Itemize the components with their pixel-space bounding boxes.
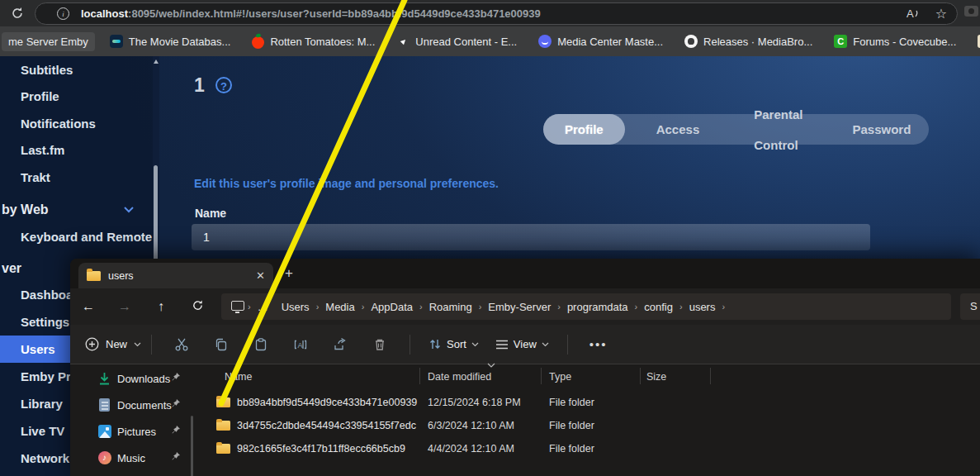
svg-text:A: A (298, 340, 303, 349)
sidebar-item-lastfm[interactable]: Last.fm (0, 136, 153, 164)
media-center-icon (538, 35, 552, 48)
refresh-icon[interactable] (7, 2, 28, 24)
table-row[interactable]: 3d4755c2dbde454494c33954155f7edc 6/3/202… (194, 414, 980, 437)
bookmark-github-releases[interactable]: Releases · MediaBro... (678, 31, 819, 51)
forward-icon: → (107, 299, 143, 314)
sidebar-item-notifications[interactable]: Notifications (0, 110, 153, 137)
name-input[interactable] (192, 224, 870, 250)
breadcrumb-users-folder[interactable]: users (683, 301, 722, 313)
breadcrumb-roaming[interactable]: Roaming (423, 301, 479, 313)
documents-icon (97, 398, 111, 412)
quick-access-label: Downloads (117, 373, 170, 385)
sidebar-item-subtitles[interactable]: Subtitles (0, 56, 153, 83)
chevron-down-icon (471, 342, 479, 347)
pictures-icon (97, 425, 111, 439)
table-row[interactable]: 982c1665fe3c4f17b11ff8ecc66b5cb9 4/4/202… (194, 437, 980, 460)
file-list: Name Date modified Type Size bb89a4bbf9d… (194, 364, 980, 476)
bookmark-media-center[interactable]: Media Center Maste... (532, 31, 670, 51)
delete-icon[interactable] (360, 337, 400, 352)
search-input[interactable]: S (960, 293, 980, 320)
sidebar-item-trakt[interactable]: Trakt (0, 164, 153, 191)
read-aloud-icon[interactable]: A (907, 7, 921, 20)
quick-access-music[interactable]: ♪ Music (70, 445, 192, 470)
breadcrumb-media[interactable]: Media (319, 301, 361, 313)
breadcrumb-appdata[interactable]: AppData (364, 301, 419, 313)
bookmark-good-reader[interactable]: gGood Reader Books (971, 31, 980, 51)
nav-pane-scrollbar[interactable] (191, 416, 193, 476)
this-pc-icon[interactable] (231, 301, 244, 311)
explorer-tab-users[interactable]: users ✕ (78, 263, 273, 288)
divider (410, 335, 410, 355)
breadcrumb[interactable]: › … Users› Media› AppData› Roaming› Emby… (221, 293, 951, 320)
up-icon[interactable]: ↑ (143, 299, 179, 314)
bookmark-emby[interactable]: me Server Emby (2, 32, 95, 51)
address-bar[interactable]: i localhost:8095/web/index.html#!/users/… (35, 2, 958, 25)
breadcrumb-separator: › (722, 302, 725, 312)
divider (151, 335, 152, 355)
explorer-navbar: ← → ↑ › … Users› Media› AppData› Roaming… (70, 288, 980, 325)
bookmark-unread-content[interactable]: Unread Content - E... (390, 31, 523, 51)
pin-icon (171, 451, 181, 461)
downloads-icon (97, 372, 111, 386)
view-lines-icon (495, 339, 509, 350)
column-header-size[interactable]: Size (646, 367, 666, 387)
sort-button[interactable]: Sort (420, 338, 487, 350)
quick-access-downloads[interactable]: Downloads (70, 366, 192, 391)
bookmark-rotten-tomatoes[interactable]: Rotten Tomatoes: M... (245, 32, 381, 51)
new-tab-icon[interactable]: + (285, 265, 293, 282)
tab-profile[interactable]: Profile (543, 114, 625, 145)
breadcrumb-users[interactable]: Users (275, 301, 316, 313)
explorer-titlebar[interactable]: users ✕ + (70, 259, 980, 288)
close-tab-icon[interactable]: ✕ (256, 269, 265, 282)
copy-icon[interactable] (201, 337, 241, 352)
browser-toolbar: i localhost:8095/web/index.html#!/users/… (0, 0, 980, 26)
chevron-down-icon (134, 342, 141, 347)
sidebar-section-emby-web[interactable]: by Web (0, 196, 153, 223)
tab-parental-control[interactable]: Parental Control (734, 99, 822, 160)
quick-access-pictures[interactable]: Pictures (70, 419, 192, 444)
user-settings-tabs: Profile Access Parental Control Password (543, 114, 929, 145)
page-title: 1 (194, 74, 205, 97)
bookmark-covecube-forums[interactable]: CForums - Covecube... (827, 31, 963, 51)
extension-icon[interactable] (964, 6, 978, 17)
paste-icon[interactable] (241, 337, 281, 352)
breadcrumb-programdata[interactable]: programdata (561, 301, 635, 313)
sort-arrows-icon (428, 338, 442, 350)
sidebar-item-keyboard-remote[interactable]: Keyboard and Remote (0, 223, 153, 250)
new-button[interactable]: New (85, 337, 141, 351)
column-divider[interactable] (541, 368, 542, 384)
column-header-type[interactable]: Type (549, 367, 571, 387)
table-row[interactable]: bb89a4bbf9d5449d9ce433b471e00939 12/15/2… (194, 391, 980, 414)
bookmark-tmdb[interactable]: The Movie Databas... (103, 31, 238, 51)
breadcrumb-config[interactable]: config (637, 301, 679, 313)
bookmark-star-icon[interactable]: ☆ (935, 6, 947, 21)
scroll-up-arrow[interactable] (154, 60, 159, 64)
more-options-icon[interactable]: ••• (578, 337, 619, 351)
refresh-explorer-icon[interactable] (179, 299, 215, 315)
tomato-icon (252, 36, 264, 49)
plus-circle-icon (85, 337, 99, 351)
tab-password[interactable]: Password (832, 114, 930, 145)
pin-icon (171, 398, 181, 408)
rename-icon[interactable]: A (281, 337, 320, 352)
bookmarks-bar: me Server Emby The Movie Databas... Rott… (0, 26, 980, 56)
column-header-date[interactable]: Date modified (428, 367, 491, 387)
site-info-icon[interactable]: i (57, 7, 69, 20)
view-button[interactable]: View (487, 338, 557, 350)
column-divider[interactable] (710, 368, 711, 384)
breadcrumb-ellipsis[interactable]: … (251, 301, 275, 313)
column-divider[interactable] (419, 368, 420, 384)
share-icon[interactable] (320, 337, 360, 352)
breadcrumb-emby-server[interactable]: Emby-Server (481, 301, 557, 313)
tab-access[interactable]: Access (637, 114, 720, 145)
column-divider[interactable] (640, 368, 641, 384)
cut-icon[interactable] (162, 337, 201, 352)
file-explorer-window: users ✕ + ← → ↑ › … Users› Media› AppDat… (70, 259, 980, 476)
github-icon (684, 35, 698, 48)
back-icon[interactable]: ← (70, 299, 107, 314)
name-label: Name (195, 207, 226, 220)
column-header-name[interactable]: Name (225, 367, 252, 387)
quick-access-documents[interactable]: Documents (70, 393, 192, 417)
help-icon[interactable]: ? (215, 77, 232, 93)
sidebar-item-profile[interactable]: Profile (0, 83, 153, 110)
